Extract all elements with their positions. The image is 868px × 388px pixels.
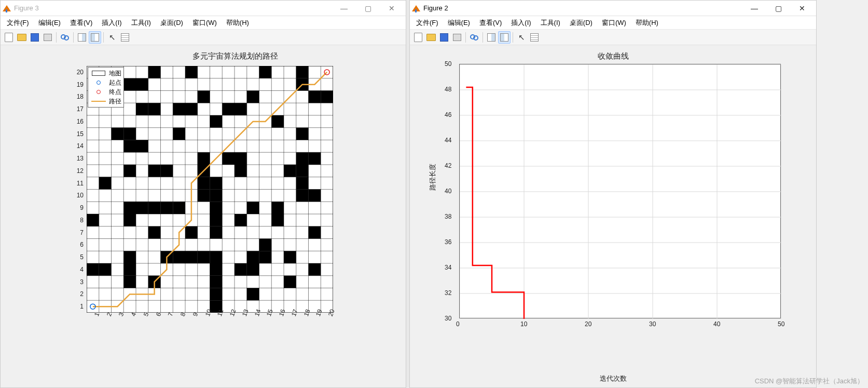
svg-rect-99 xyxy=(198,152,210,165)
menu-edit[interactable]: 编辑(E) xyxy=(34,17,65,29)
xtick: 20 xyxy=(327,308,336,317)
new-icon[interactable] xyxy=(3,31,15,44)
titlebar-fig2[interactable]: Figure 2 — ▢ ✕ xyxy=(410,1,816,16)
svg-rect-68 xyxy=(185,226,198,239)
window-title-fig2: Figure 2 xyxy=(423,4,742,12)
svg-rect-74 xyxy=(235,214,247,226)
menu-edit[interactable]: 编辑(E) xyxy=(444,17,474,29)
toolbar-fig3 xyxy=(1,30,406,45)
svg-rect-129 xyxy=(296,66,309,78)
svg-rect-69 xyxy=(210,226,223,239)
svg-rect-57 xyxy=(123,251,136,263)
svg-rect-80 xyxy=(173,202,185,214)
svg-rect-66 xyxy=(259,239,272,251)
link-icon[interactable] xyxy=(59,31,71,44)
svg-rect-44 xyxy=(210,288,223,301)
svg-rect-54 xyxy=(235,263,247,276)
svg-rect-82 xyxy=(247,202,259,214)
svg-rect-73 xyxy=(210,214,223,226)
ytick: 20 xyxy=(77,69,84,76)
tile-right-icon[interactable] xyxy=(89,31,101,44)
save-icon[interactable] xyxy=(29,31,41,44)
xlabel-fig2: 迭代次数 xyxy=(600,374,627,383)
svg-rect-128 xyxy=(259,66,272,78)
svg-rect-61 xyxy=(198,251,210,263)
open-icon[interactable] xyxy=(425,31,437,44)
link-icon[interactable] xyxy=(468,31,480,44)
open-icon[interactable] xyxy=(16,31,28,44)
svg-rect-89 xyxy=(198,177,210,190)
svg-rect-55 xyxy=(247,263,259,276)
ytick: 19 xyxy=(77,81,84,88)
xtick: 40 xyxy=(713,320,720,328)
save-icon[interactable] xyxy=(438,31,450,44)
menu-desktop[interactable]: 桌面(D) xyxy=(156,17,187,29)
menu-tools[interactable]: 工具(I) xyxy=(127,17,155,29)
close-button[interactable]: ✕ xyxy=(790,1,814,16)
svg-rect-113 xyxy=(148,103,161,115)
ytick: 9 xyxy=(80,204,84,211)
svg-rect-92 xyxy=(123,165,136,177)
svg-rect-123 xyxy=(123,78,136,91)
watermark: CSDN @智能算法研学社（Jack旭） xyxy=(755,377,864,386)
ytick: 44 xyxy=(445,137,451,144)
legend-start: 起点 xyxy=(109,78,121,87)
svg-rect-117 xyxy=(235,103,247,115)
menubar-fig2: 文件(F) 编辑(E) 查看(V) 插入(I) 工具(I) 桌面(D) 窗口(W… xyxy=(410,16,816,30)
inspector-icon[interactable] xyxy=(119,31,131,44)
xtick: 0 xyxy=(456,320,460,328)
svg-rect-115 xyxy=(185,103,198,115)
ytick: 17 xyxy=(77,105,84,113)
menu-help[interactable]: 帮助(H) xyxy=(222,17,253,29)
menu-file[interactable]: 文件(F) xyxy=(3,17,33,29)
titlebar-fig3[interactable]: Figure 3 — ▢ ✕ xyxy=(1,1,406,16)
xtick: 10 xyxy=(520,320,527,328)
svg-rect-71 xyxy=(87,214,99,226)
matlab-logo-icon xyxy=(3,4,11,12)
svg-rect-120 xyxy=(247,91,259,103)
maximize-button[interactable]: ▢ xyxy=(766,1,790,16)
menu-window[interactable]: 窗口(W) xyxy=(188,17,221,29)
svg-rect-70 xyxy=(309,226,321,239)
menu-view[interactable]: 查看(V) xyxy=(475,17,506,29)
svg-rect-90 xyxy=(210,177,223,190)
print-icon[interactable] xyxy=(42,31,54,44)
legend-fig3[interactable]: 地图 起点 终点 路径 xyxy=(88,67,124,108)
svg-rect-108 xyxy=(173,128,185,140)
menu-insert[interactable]: 插入(I) xyxy=(507,17,535,29)
legend-path: 路径 xyxy=(109,97,121,106)
ytick: 38 xyxy=(445,213,451,220)
menu-help[interactable]: 帮助(H) xyxy=(631,17,663,29)
axes-fig2[interactable] xyxy=(459,64,781,318)
svg-rect-48 xyxy=(210,276,223,288)
ytick: 48 xyxy=(445,86,451,93)
new-icon[interactable] xyxy=(412,31,424,44)
svg-rect-107 xyxy=(123,128,136,140)
svg-rect-56 xyxy=(309,263,321,276)
maximize-button[interactable]: ▢ xyxy=(356,1,380,16)
menu-view[interactable]: 查看(V) xyxy=(66,17,97,29)
pointer-icon[interactable] xyxy=(515,31,528,44)
print-icon[interactable] xyxy=(451,31,463,44)
tile-right-icon[interactable] xyxy=(498,31,511,44)
svg-rect-52 xyxy=(123,263,136,276)
menu-tools[interactable]: 工具(I) xyxy=(536,17,564,29)
ytick: 42 xyxy=(445,162,451,169)
menu-file[interactable]: 文件(F) xyxy=(412,17,443,29)
xtick: 30 xyxy=(649,320,656,328)
tile-left-icon[interactable] xyxy=(76,31,88,44)
ytick: 7 xyxy=(80,229,84,236)
menu-insert[interactable]: 插入(I) xyxy=(98,17,126,29)
pointer-icon[interactable] xyxy=(106,31,118,44)
menu-desktop[interactable]: 桌面(D) xyxy=(566,17,597,29)
inspector-icon[interactable] xyxy=(528,31,541,44)
svg-rect-77 xyxy=(136,202,148,214)
minimize-button[interactable]: — xyxy=(742,1,766,16)
close-button[interactable]: ✕ xyxy=(380,1,404,16)
svg-rect-96 xyxy=(235,165,247,177)
tile-left-icon[interactable] xyxy=(485,31,498,44)
menu-window[interactable]: 窗口(W) xyxy=(598,17,630,29)
minimize-button[interactable]: — xyxy=(332,1,356,16)
svg-rect-126 xyxy=(148,66,161,78)
window-title-fig3: Figure 3 xyxy=(14,4,332,12)
